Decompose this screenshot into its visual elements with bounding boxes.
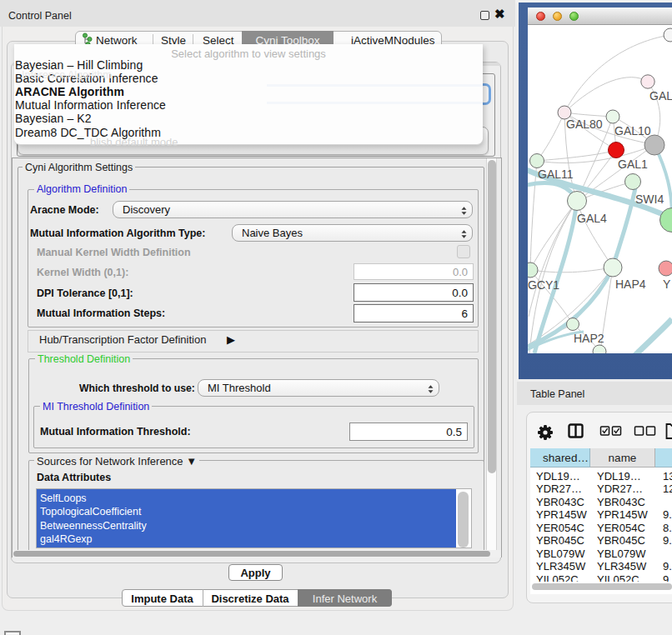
svg-text:GAL2: GAL2 [649, 89, 672, 102]
svg-text:GAL1: GAL1 [618, 158, 648, 171]
svg-text:GAL10: GAL10 [614, 124, 651, 138]
svg-text:GAL80: GAL80 [566, 118, 603, 131]
svg-text:GCY1: GCY1 [528, 278, 559, 292]
svg-text:HAP2: HAP2 [574, 332, 604, 345]
svg-text:SWI4: SWI4 [635, 192, 664, 206]
svg-text:GAL11: GAL11 [538, 168, 574, 181]
svg-text:Y: Y [663, 278, 671, 291]
svg-text:HAP4: HAP4 [615, 278, 646, 291]
svg-text:GAL4: GAL4 [577, 212, 607, 225]
